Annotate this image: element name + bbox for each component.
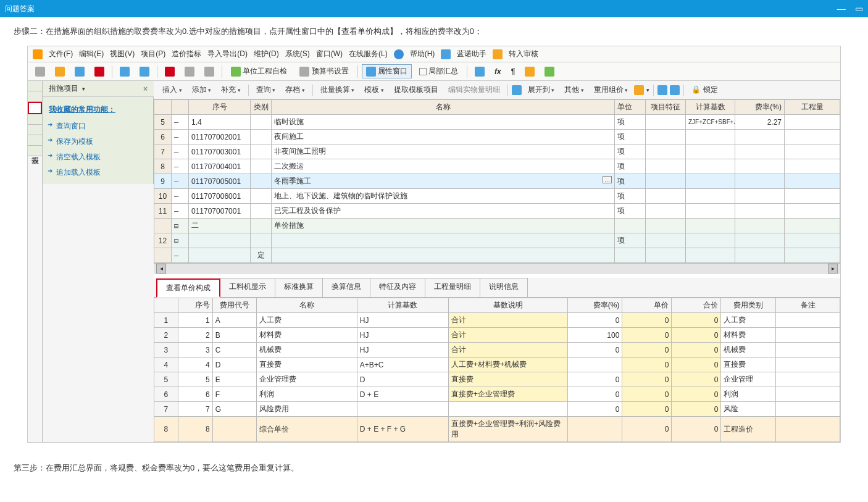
tb2-batch[interactable]: 批量换算 [317, 83, 359, 96]
table-row[interactable]: 12⊟项 [154, 233, 840, 248]
filter-icon[interactable] [657, 85, 667, 95]
detail-tab-2[interactable]: 标准换算 [275, 278, 323, 297]
col2-tt[interactable]: 合价 [672, 298, 721, 313]
menu-win[interactable]: 窗口(W) [316, 49, 343, 59]
audit-icon[interactable] [493, 49, 503, 59]
col2-sn[interactable]: 序号 [178, 298, 212, 313]
col-feat[interactable]: 项目特征 [646, 100, 686, 115]
tb-cut-button[interactable] [161, 65, 178, 78]
table-row[interactable]: 11A人工费HJ合计000人工费 [154, 313, 840, 328]
help-icon[interactable] [394, 49, 404, 59]
table-row[interactable]: 22B材料费HJ合计10000材料费 [154, 328, 840, 343]
menu-edit[interactable]: 编辑(E) [79, 49, 104, 59]
tb-bureau[interactable]: 局部汇总 [414, 64, 463, 78]
table-row[interactable]: 6—011707002001夜间施工项 [154, 130, 840, 144]
menu-project[interactable]: 项目(P) [141, 49, 165, 59]
tb2-add[interactable]: 添加 [188, 83, 215, 96]
menu-cost[interactable]: 造价指标 [172, 49, 201, 59]
table-row[interactable]: 77G风险费用000风险 [154, 402, 840, 417]
tb-properties[interactable]: 属性窗口 [362, 64, 412, 78]
table-row[interactable]: 8—011707004001二次搬运项 [154, 159, 840, 174]
tb-copy-button[interactable] [181, 65, 198, 78]
col-amt[interactable]: 工程量 [785, 100, 840, 115]
menu-online[interactable]: 在线服务(L) [349, 49, 388, 59]
tb2-detail[interactable]: 编辑实物量明细 [444, 83, 504, 96]
h-scrollbar[interactable]: ◂ ▸ [154, 263, 840, 274]
table-row[interactable]: 55E企业管理费D直接费000企业管理 [154, 372, 840, 387]
col2-up[interactable]: 单价 [622, 298, 672, 313]
col-name[interactable]: 名称 [272, 100, 615, 115]
tb2-insert[interactable]: 插入 [159, 83, 186, 96]
col2-bs[interactable]: 计算基数 [357, 298, 448, 313]
fav-item-1[interactable]: 保存为模板 [43, 134, 153, 149]
vtab-3[interactable]: 其他项目 [28, 114, 42, 125]
menu-help[interactable]: 帮助(H) [410, 49, 435, 59]
col2-rt[interactable]: 费率(%) [567, 298, 622, 313]
table-row[interactable]: 10—011707006001地上、地下设施、建筑物的临时保护设施项 [154, 189, 840, 204]
vtab-2[interactable]: 措施项目 [28, 102, 42, 114]
tb-unit-check[interactable]: 单位工程自检 [226, 64, 292, 78]
tb-extra5[interactable] [541, 65, 558, 78]
tb2-tpl[interactable]: 模板 [361, 83, 388, 96]
tb-paste-button[interactable] [201, 65, 218, 78]
tb-undo-button[interactable] [116, 65, 133, 78]
minimize-icon[interactable]: — [837, 4, 846, 14]
table-row[interactable]: 7—011707003001非夜间施工照明项 [154, 144, 840, 159]
tb-extra1[interactable] [471, 65, 488, 78]
vtab-0[interactable]: 工程概况 [28, 81, 42, 91]
tb2-regroup[interactable]: 重用组价 [590, 83, 632, 96]
maximize-icon[interactable]: ▭ [855, 4, 863, 14]
tb-budget[interactable]: 预算书设置 [294, 64, 353, 78]
tb2-expand[interactable]: 展开到 [524, 83, 559, 96]
menu-sys[interactable]: 系统(S) [285, 49, 310, 59]
col-cat[interactable]: 类别 [251, 100, 272, 115]
sort-icon[interactable] [670, 85, 680, 95]
col-seq[interactable]: 序号 [189, 100, 251, 115]
menu-assist[interactable]: 蓝诺助手 [457, 49, 486, 59]
table-row[interactable]: 33C机械费HJ合计000机械费 [154, 343, 840, 358]
table-row[interactable]: 11—011707007001已完工程及设备保护项 [154, 204, 840, 219]
tb2-save[interactable]: 存档 [282, 83, 309, 96]
menu-io[interactable]: 导入导出(D) [207, 49, 248, 59]
color-icon[interactable] [634, 85, 644, 95]
price-composition-grid[interactable]: 序号 费用代号 名称 计算基数 基数说明 费率(%) 单价 合价 费用类别 备注… [154, 298, 840, 442]
detail-tab-6[interactable]: 说明信息 [480, 278, 528, 297]
tb-extra2[interactable]: fx [491, 66, 505, 77]
detail-tab-5[interactable]: 工程量明细 [425, 278, 480, 297]
fav-item-2[interactable]: 清空载入模板 [43, 149, 153, 165]
col2-tp[interactable]: 费用类别 [721, 298, 776, 313]
tb-new-button[interactable] [31, 65, 49, 78]
tb-delete-button[interactable] [91, 65, 108, 78]
col-rate[interactable]: 费率(%) [735, 100, 785, 115]
col2-cd[interactable]: 费用代号 [212, 298, 256, 313]
tb-extra3[interactable]: ¶ [507, 66, 519, 77]
col2-nm[interactable]: 名称 [256, 298, 357, 313]
table-row[interactable]: 5—1.4临时设施项ZJF+ZCF+SBF+JSCS_ZJF+JSCS_ZCF+… [154, 115, 840, 130]
vtab-6[interactable]: 报表 [28, 146, 42, 156]
table-row[interactable]: ⊟二单价措施 [154, 219, 840, 233]
tb2-supp[interactable]: 补充 [217, 83, 244, 96]
tb2-query[interactable]: 查询 [252, 83, 280, 96]
menu-maint[interactable]: 维护(D) [254, 49, 279, 59]
assistant-icon[interactable] [441, 49, 451, 59]
vtab-1[interactable]: 分部分项 [28, 91, 42, 102]
tb-redo-button[interactable] [136, 65, 153, 78]
more-icon[interactable]: … [603, 176, 612, 183]
scroll-left-icon[interactable]: ◂ [156, 264, 166, 274]
vtab-5[interactable]: 费用汇总 [28, 135, 42, 146]
col2-ds[interactable]: 基数说明 [448, 298, 567, 313]
tb-open-button[interactable] [51, 65, 69, 78]
vtab-4[interactable]: 人材机汇总 [28, 125, 42, 135]
detail-tab-1[interactable]: 工料机显示 [220, 278, 275, 297]
tb2-other[interactable]: 其他 [561, 83, 588, 96]
detail-tab-4[interactable]: 特征及内容 [370, 278, 425, 297]
measures-grid[interactable]: 序号 类别 名称 单位 项目特征 计算基数 费率(%) 工程量 5—1.4临时设… [154, 99, 840, 263]
menu-audit[interactable]: 转入审核 [509, 49, 538, 59]
col2-rm[interactable]: 备注 [776, 298, 840, 313]
menu-view[interactable]: 视图(V) [110, 49, 135, 59]
menu-file[interactable]: 文件(F) [49, 49, 73, 59]
fav-item-3[interactable]: 追加载入模板 [43, 165, 153, 180]
detail-tab-3[interactable]: 换算信息 [322, 278, 370, 297]
table-row[interactable]: 66F利润D + E直接费+企业管理费000利润 [154, 387, 840, 402]
tb-extra4[interactable] [521, 65, 538, 78]
